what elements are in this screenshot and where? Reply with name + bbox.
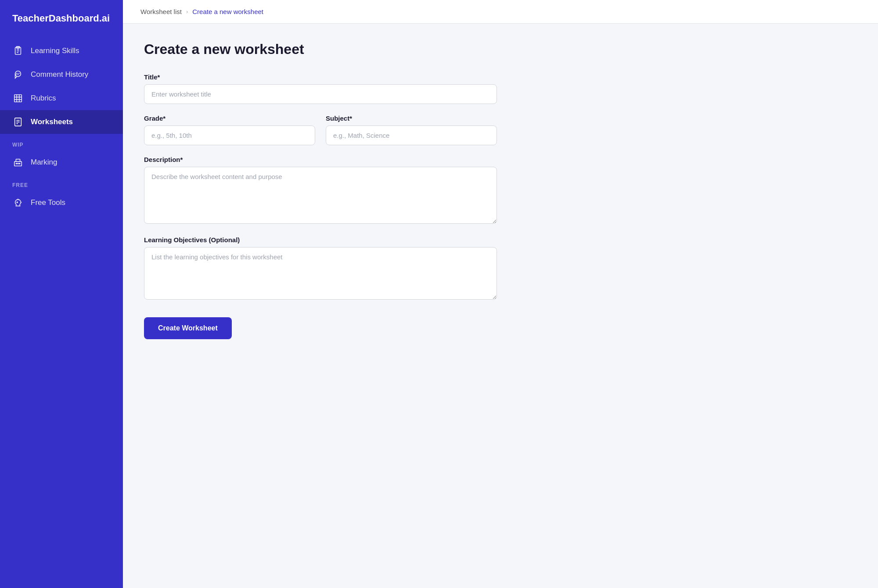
svg-point-25 [17, 202, 18, 203]
sidebar-item-learning-skills[interactable]: Learning Skills [0, 39, 123, 63]
piggy-bank-icon [12, 197, 24, 208]
description-group: Description* [144, 156, 497, 226]
objectives-group: Learning Objectives (Optional) [144, 236, 497, 301]
sidebar: TeacherDashboard.ai Learning Skills [0, 0, 123, 588]
sidebar-item-label: Comment History [31, 70, 88, 79]
subject-input[interactable] [326, 125, 497, 145]
title-group: Title* [144, 73, 497, 104]
create-worksheet-form: Create a new worksheet Title* Grade* Sub… [123, 24, 518, 357]
file-text-icon [12, 116, 24, 128]
page-title: Create a new worksheet [144, 41, 497, 57]
sidebar-item-label: Marking [31, 158, 57, 167]
svg-rect-9 [14, 94, 22, 102]
sidebar-item-label: Worksheets [31, 118, 73, 126]
sidebar-item-marking[interactable]: Marking [0, 151, 123, 174]
grade-label: Grade* [144, 115, 315, 122]
marking-icon [12, 157, 24, 168]
grade-subject-row: Grade* Subject* [144, 115, 497, 145]
description-textarea[interactable] [144, 167, 497, 224]
description-label: Description* [144, 156, 497, 163]
grade-group: Grade* [144, 115, 315, 145]
comment-history-icon [12, 69, 24, 80]
subject-label: Subject* [326, 115, 497, 122]
free-section-label: Free [0, 174, 123, 191]
title-input[interactable] [144, 84, 497, 104]
main-content: Worksheet list › Create a new worksheet … [123, 0, 878, 588]
sidebar-item-worksheets[interactable]: Worksheets [0, 110, 123, 134]
sidebar-item-free-tools[interactable]: Free Tools [0, 191, 123, 215]
table-icon [12, 93, 24, 104]
sidebar-logo: TeacherDashboard.ai [0, 12, 123, 39]
sidebar-item-comment-history[interactable]: Comment History [0, 63, 123, 86]
wip-section-label: WIP [0, 134, 123, 151]
svg-point-22 [16, 163, 17, 164]
clipboard-list-icon [12, 45, 24, 57]
breadcrumb-current: Create a new worksheet [192, 8, 263, 15]
grade-input[interactable] [144, 125, 315, 145]
breadcrumb: Worksheet list › Create a new worksheet [123, 0, 878, 24]
svg-point-23 [18, 163, 18, 164]
breadcrumb-worksheet-list[interactable]: Worksheet list [140, 8, 182, 15]
sidebar-item-label: Free Tools [31, 198, 65, 207]
objectives-textarea[interactable] [144, 247, 497, 300]
create-worksheet-button[interactable]: Create Worksheet [144, 317, 232, 339]
sidebar-item-label: Rubrics [31, 94, 56, 103]
title-label: Title* [144, 73, 497, 81]
sidebar-item-label: Learning Skills [31, 47, 79, 55]
sidebar-item-rubrics[interactable]: Rubrics [0, 86, 123, 110]
objectives-label: Learning Objectives (Optional) [144, 236, 497, 244]
svg-point-24 [19, 163, 20, 164]
subject-group: Subject* [326, 115, 497, 145]
breadcrumb-separator: › [186, 8, 188, 15]
sidebar-nav: Learning Skills Comment History [0, 39, 123, 215]
